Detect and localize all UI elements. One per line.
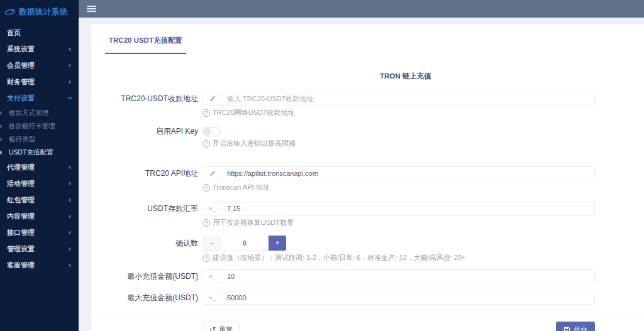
reset-icon: ↺ <box>209 325 216 331</box>
tab-trc20-usdt-config[interactable]: TRC20 USDT充值配置 <box>105 36 186 54</box>
field-trc20-address: TRC20-USDT收款地址 ? TRC20网络USDT收款地址 <box>105 92 595 117</box>
min-amount-input[interactable] <box>222 273 594 280</box>
sidebar-item-api-management[interactable]: 接口管理 ‹ <box>0 224 79 241</box>
sidebar-item-system-settings[interactable]: 系统设置 ‹ <box>0 41 79 57</box>
field-usdt-rate: USDT存款汇率 >_ ? 用于按金额换算USDT数量 <box>105 202 595 227</box>
hamburger-icon[interactable] <box>87 4 96 13</box>
help-icon: ? <box>203 109 210 117</box>
terminal-icon: >_ <box>203 270 222 283</box>
help-icon: ? <box>203 254 210 262</box>
usdt-rate-input[interactable] <box>222 205 594 212</box>
chevron-left-icon: ‹ <box>67 45 73 53</box>
sidebar-item-support-management[interactable]: 客服管理 ‹ <box>0 257 79 273</box>
chevron-left-icon: ‹ <box>67 61 73 70</box>
field-label: 最小充值金额(USDT) <box>105 269 203 283</box>
stepper-plus-button[interactable]: + <box>269 236 286 251</box>
trc20-address-input[interactable] <box>222 95 594 102</box>
field-label: TRC20-USDT收款地址 <box>105 92 203 117</box>
help-text: 开启后输入密钥以提高限频 <box>213 139 296 148</box>
sidebar-item-member-management[interactable]: 会员管理 ‹ <box>0 57 79 73</box>
sidebar-item-bank-type[interactable]: 银行类型 <box>0 133 79 146</box>
sidebar-item-payment-settings[interactable]: 支付设置 ‹ <box>0 90 79 106</box>
sidebar-item-finance-management[interactable]: 财务管理 ‹ <box>0 73 79 90</box>
pencil-icon <box>203 92 222 105</box>
help-text: 建议值（按场景）：测试联调: 1-2，小额/日常: 6，标准生产: 12，大额/… <box>213 253 465 263</box>
topbar <box>79 0 644 18</box>
sidebar-item-content-management[interactable]: 内容管理 ‹ <box>0 208 79 224</box>
chevron-left-icon: ‹ <box>67 244 73 253</box>
chevron-left-icon: ‹ <box>67 228 73 237</box>
bullet-icon <box>0 151 2 155</box>
sidebar-item-activity-management[interactable]: 活动管理 ‹ <box>0 175 79 192</box>
app-title: 数据统计系统 <box>19 7 68 18</box>
section-title: TRON 链上充值 <box>380 72 431 81</box>
help-icon: ? <box>203 184 210 192</box>
chevron-left-icon: ‹ <box>67 212 73 220</box>
field-label: 启用API Key <box>105 127 203 148</box>
field-min-amount: 最小充值金额(USDT) >_ <box>105 269 595 283</box>
main-area: TRC20 USDT充值配置 TRON 链上充值 TRC20-USDT收款地址 <box>79 0 644 331</box>
sidebar-item-agent-management[interactable]: 代理管理 ‹ <box>0 159 79 175</box>
max-amount-input[interactable] <box>222 294 594 301</box>
tab-bar: TRC20 USDT充值配置 <box>105 24 595 54</box>
logo-icon <box>4 8 16 16</box>
config-card: TRC20 USDT充值配置 TRON 链上充值 TRC20-USDT收款地址 <box>91 24 644 331</box>
bullet-icon <box>0 111 2 115</box>
sidebar-item-admin-settings[interactable]: 管理设置 ‹ <box>0 241 79 257</box>
field-label: 最大充值金额(USDT) <box>105 291 203 305</box>
reset-button[interactable]: ↺ 重置 <box>203 322 240 331</box>
logo: 数据统计系统 <box>0 2 79 22</box>
stepper-minus-button[interactable]: - <box>203 236 221 251</box>
terminal-icon: >_ <box>203 291 222 304</box>
field-confirmations: 确认数 - + ? 建议值（按场景）：测试联调: 1-2，小额/日常: 6，标准… <box>105 236 595 262</box>
sidebar-item-redpacket-management[interactable]: 红包管理 ‹ <box>0 192 79 208</box>
bullet-icon <box>0 124 2 128</box>
chevron-left-icon: ‹ <box>67 179 73 188</box>
confirmations-stepper: - + <box>203 236 286 251</box>
help-text: 用于按金额换算USDT数量 <box>213 218 294 227</box>
field-label: USDT存款汇率 <box>105 202 203 227</box>
pencil-icon <box>203 167 222 180</box>
help-icon: ? <box>203 219 210 227</box>
api-key-toggle[interactable] <box>203 127 221 136</box>
help-text: TRC20网络USDT收款地址 <box>213 108 295 117</box>
chevron-down-icon: ‹ <box>65 95 74 101</box>
sidebar-item-home[interactable]: 首页 <box>0 24 79 41</box>
sidebar: 数据统计系统 首页 系统设置 ‹ 会员管理 ‹ 财务管理 ‹ 支付设置 ‹ <box>0 0 79 331</box>
sidebar-item-payment-method-management[interactable]: 收款方式管理 <box>0 106 79 119</box>
help-icon: ? <box>203 140 210 148</box>
help-text: Tronscan API 地址 <box>213 183 270 192</box>
chevron-left-icon: ‹ <box>67 261 73 269</box>
chevron-left-icon: ‹ <box>67 195 73 204</box>
api-url-input[interactable] <box>222 170 594 177</box>
submit-button[interactable]: 提交 <box>556 322 595 331</box>
app-window: 数据统计系统 首页 系统设置 ‹ 会员管理 ‹ 财务管理 ‹ 支付设置 ‹ <box>0 0 644 331</box>
chevron-left-icon: ‹ <box>67 77 73 86</box>
form-footer: ↺ 重置 提交 <box>105 315 595 331</box>
save-icon <box>564 327 570 331</box>
confirmations-input[interactable] <box>221 236 269 251</box>
content-area: TRC20 USDT充值配置 TRON 链上充值 TRC20-USDT收款地址 <box>79 18 644 331</box>
field-label: 确认数 <box>105 236 203 262</box>
field-api-key-toggle: 启用API Key ? 开启后输入密钥以提高限频 <box>105 127 595 148</box>
sidebar-item-usdt-recharge-config[interactable]: USDT充值配置 <box>0 146 79 159</box>
bullet-icon <box>0 138 2 141</box>
field-api-url: TRC20 API地址 ? Tronscan API 地址 <box>105 166 595 192</box>
field-label: TRC20 API地址 <box>105 166 203 192</box>
field-max-amount: 最大充值金额(USDT) >_ <box>105 291 595 305</box>
chevron-left-icon: ‹ <box>67 163 73 171</box>
sidebar-item-bank-card-management[interactable]: 收款银行卡管理 <box>0 119 79 133</box>
sidebar-nav: 首页 系统设置 ‹ 会员管理 ‹ 财务管理 ‹ 支付设置 ‹ 收款方式管理 <box>0 24 79 273</box>
toggle-knob-icon <box>204 128 211 135</box>
terminal-icon: >_ <box>203 202 222 215</box>
